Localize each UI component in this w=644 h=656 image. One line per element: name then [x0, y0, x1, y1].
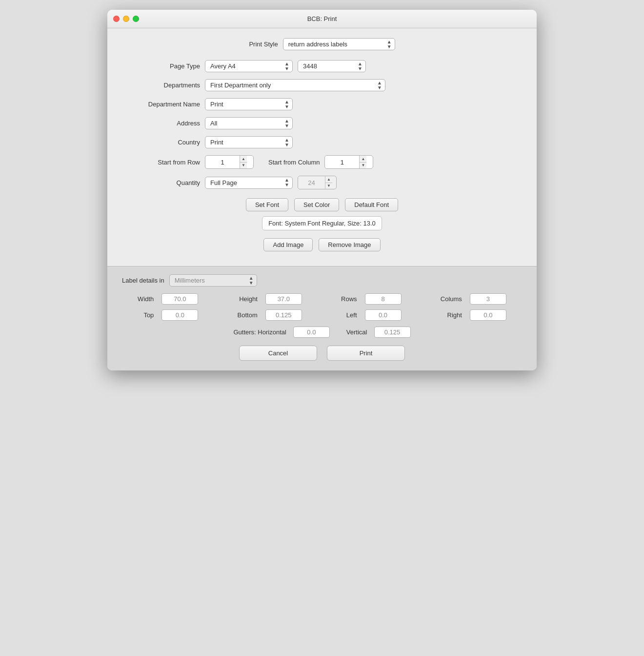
departments-select-container: First Department only ▲▼ [205, 79, 385, 91]
quantity-number-input[interactable] [298, 177, 325, 188]
gutters-horizontal-label: Gutters: Horizontal [233, 328, 286, 336]
window-title: BCB: Print [307, 15, 337, 22]
height-label: Height [221, 295, 257, 303]
colums-input[interactable] [470, 293, 506, 305]
quantity-up-button[interactable]: ▲ [325, 176, 332, 183]
width-input[interactable] [161, 293, 198, 305]
set-font-button[interactable]: Set Font [246, 198, 288, 211]
quantity-controls: Full Page ▲▼ ▲ ▼ [205, 176, 522, 189]
quantity-select[interactable]: Full Page [205, 177, 293, 189]
gutters-horizontal-input[interactable] [293, 327, 330, 338]
vertical-input[interactable] [374, 327, 411, 338]
departments-label: Departments [122, 82, 200, 89]
bottom-input[interactable] [265, 309, 302, 321]
close-button[interactable] [113, 16, 120, 22]
dimensions-grid: Width Height Rows Colums Top Bottom Left… [122, 293, 522, 321]
quantity-number-spinner: ▲ ▼ [298, 176, 337, 189]
departments-select[interactable]: First Department only [205, 79, 385, 91]
print-style-label: Print Style [249, 41, 278, 48]
left-input[interactable] [365, 309, 402, 321]
window: BCB: Print Print Style return address la… [107, 10, 537, 370]
start-row-spinner: ▲ ▼ [205, 155, 254, 169]
page-type-select1[interactable]: Avery A4 [205, 60, 293, 72]
maximize-button[interactable] [133, 16, 139, 22]
quantity-number-spin-buttons: ▲ ▼ [325, 176, 332, 189]
cancel-button[interactable]: Cancel [239, 346, 317, 361]
action-buttons-row: Cancel Print [122, 346, 522, 361]
print-style-select-container: return address labels ▲▼ [283, 38, 395, 50]
remove-image-button[interactable]: Remove Image [319, 238, 380, 251]
right-label: Right [425, 311, 462, 319]
start-row-controls: ▲ ▼ Start from Column ▲ ▼ [205, 155, 522, 169]
page-type-label: Page Type [122, 62, 200, 70]
page-type-select1-container: Avery A4 ▲▼ [205, 60, 293, 72]
bottom-section: Label details in Millimeters ▲▼ Width He… [107, 266, 537, 370]
start-row-up-button[interactable]: ▲ [240, 156, 247, 163]
start-row-down-button[interactable]: ▼ [240, 163, 247, 169]
print-style-row: Print Style return address labels ▲▼ [122, 38, 522, 50]
start-column-spinner: ▲ ▼ [324, 155, 373, 169]
add-image-button[interactable]: Add Image [263, 238, 313, 251]
font-info-display: Font: System Font Regular, Size: 13.0 [262, 216, 382, 230]
department-name-select-container: Print ▲▼ [205, 98, 293, 110]
default-font-button[interactable]: Default Font [345, 198, 398, 211]
department-name-label: Department Name [122, 101, 200, 108]
start-column-input[interactable] [325, 157, 359, 168]
minimize-button[interactable] [123, 16, 129, 22]
label-details-label: Label details in [122, 277, 164, 284]
main-content: Print Style return address labels ▲▼ Pag… [107, 28, 537, 266]
bottom-label: Bottom [221, 311, 257, 319]
height-input[interactable] [265, 293, 302, 305]
country-select[interactable]: Print [205, 136, 293, 148]
traffic-lights [113, 16, 139, 22]
quantity-select-container: Full Page ▲▼ [205, 177, 293, 189]
print-button[interactable]: Print [327, 346, 405, 361]
start-column-label: Start from Column [268, 159, 320, 166]
left-label: Left [325, 311, 357, 319]
start-row-label: Start from Row [122, 159, 200, 166]
quantity-label: Quantity [122, 179, 200, 186]
top-input[interactable] [161, 309, 198, 321]
set-color-button[interactable]: Set Color [294, 198, 339, 211]
label-details-select[interactable]: Millimeters [169, 274, 257, 287]
department-name-controls: Print ▲▼ [205, 98, 522, 110]
vertical-label: Vertical [346, 328, 367, 336]
label-details-select-container: Millimeters ▲▼ [169, 274, 257, 287]
rows-label: Rows [325, 295, 357, 303]
font-buttons-row: Set Font Set Color Default Font [122, 198, 522, 211]
page-type-select2-container: 3448 ▲▼ [298, 60, 366, 72]
quantity-down-button[interactable]: ▼ [325, 183, 332, 189]
rows-input[interactable] [365, 293, 402, 305]
address-controls: All ▲▼ [205, 117, 522, 129]
print-style-select[interactable]: return address labels [283, 38, 395, 50]
start-column-up-button[interactable]: ▲ [360, 156, 366, 163]
country-select-container: Print ▲▼ [205, 136, 293, 148]
image-buttons-row: Add Image Remove Image [122, 238, 522, 251]
form-grid: Page Type Avery A4 ▲▼ 3448 ▲▼ Department… [122, 60, 522, 189]
page-type-select2[interactable]: 3448 [298, 60, 366, 72]
right-input[interactable] [470, 309, 506, 321]
start-column-spin-buttons: ▲ ▼ [359, 156, 366, 168]
address-select[interactable]: All [205, 117, 293, 129]
top-label: Top [122, 311, 154, 319]
department-name-select[interactable]: Print [205, 98, 293, 110]
start-column-down-button[interactable]: ▼ [360, 163, 366, 169]
page-type-controls: Avery A4 ▲▼ 3448 ▲▼ [205, 60, 522, 72]
start-row-spin-buttons: ▲ ▼ [240, 156, 247, 168]
address-label: Address [122, 120, 200, 127]
label-details-row: Label details in Millimeters ▲▼ [122, 274, 522, 287]
titlebar: BCB: Print [107, 10, 537, 28]
departments-controls: First Department only ▲▼ [205, 79, 522, 91]
country-controls: Print ▲▼ [205, 136, 522, 148]
country-label: Country [122, 139, 200, 146]
start-row-input[interactable] [205, 157, 240, 168]
width-label: Width [122, 295, 154, 303]
colums-label: Colums [425, 295, 462, 303]
address-select-container: All ▲▼ [205, 117, 293, 129]
font-info-row: Font: System Font Regular, Size: 13.0 [122, 216, 522, 230]
gutters-row: Gutters: Horizontal Vertical [122, 327, 522, 338]
